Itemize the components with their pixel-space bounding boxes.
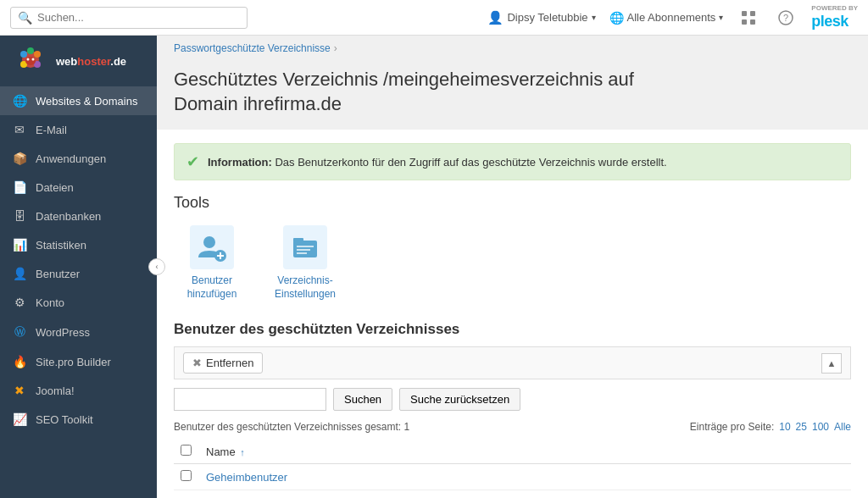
user-menu[interactable]: 👤 Dipsy Teletubbie ▾ [487,10,595,25]
row-checkbox-cell [174,464,199,490]
users-section: Benutzer des geschützten Verzeichnisses … [174,321,851,498]
sidebar-item-websites-domains[interactable]: 🌐 Websites & Domains [0,86,157,115]
tools-section: Tools Benutzer h [174,194,851,301]
sidebar-item-files[interactable]: 📄 Dateien [0,173,157,202]
remove-label: Entfernen [206,357,253,369]
add-user-tool[interactable]: Benutzer hinzufügen [174,225,250,301]
breadcrumb-separator: › [334,42,337,54]
svg-rect-1 [750,11,755,16]
sidebar-wrapper: webhoster.de 🌐 Websites & Domains ✉ E-Ma… [0,36,157,498]
mail-icon: ✉ [12,123,27,136]
dir-settings-tool[interactable]: Verzeichnis-Einstellungen [267,225,343,301]
db-icon: 🗄 [12,209,27,223]
plesk-logo: POWERED BY plesk [811,4,858,30]
user-chevron-icon: ▾ [592,13,596,22]
joomla-icon: ✖ [12,384,27,397]
file-icon: 📄 [12,180,27,194]
breadcrumb: Passwortgeschützte Verzeichnisse › [157,36,868,61]
per-page-100[interactable]: 100 [812,421,829,433]
sidebar-item-label: Site.pro Builder [36,356,111,368]
per-page-25[interactable]: 25 [796,421,807,433]
row-checkbox[interactable] [181,470,192,481]
sidebar-item-email[interactable]: ✉ E-Mail [0,115,157,144]
add-user-icon [197,232,227,263]
info-alert: ✔ Information: Das Benutzerkonto für den… [174,143,851,180]
select-all-checkbox[interactable] [181,445,192,456]
sidebar-item-applications[interactable]: 📦 Anwendungen [0,144,157,173]
users-table: Name ↑ Geheimbenutzer [174,440,851,490]
toolbar-collapse-button[interactable]: ▲ [821,353,842,374]
sidebar-item-databases[interactable]: 🗄 Datenbanken [0,202,157,230]
subscription-menu[interactable]: 🌐 Alle Abonnements ▾ [609,11,724,25]
summary-row-top: Benutzer des geschützten Verzeichnisses … [174,421,851,433]
svg-point-15 [203,236,215,248]
sort-arrow-icon: ↑ [240,447,245,457]
sidebar-item-label: WordPress [36,326,90,339]
sidebar-item-label: Statistiken [36,239,86,252]
user-icon: 👤 [487,10,504,25]
sidebar-item-label: Websites & Domains [36,95,137,108]
subscription-chevron-icon: ▾ [719,13,723,22]
help-icon: ? [778,10,793,25]
table-row: Geheimbenutzer [174,464,851,490]
sidebar-item-sitebuilder[interactable]: 🔥 Site.pro Builder [0,347,157,376]
svg-rect-2 [742,19,747,25]
svg-point-8 [34,51,41,58]
search-box[interactable]: 🔍 [10,7,248,29]
breadcrumb-parent-link[interactable]: Passwortgeschützte Verzeichnisse [174,42,331,54]
search-input[interactable] [37,11,240,24]
page-title: Geschütztes Verzeichnis /meingeheimesver… [174,68,851,116]
alert-text: Information: Das Benutzerkonto für den Z… [208,156,667,169]
remove-x-icon: ✖ [192,357,202,369]
sidebar-item-label: E-Mail [36,124,67,136]
svg-rect-20 [293,238,303,242]
alert-check-icon: ✔ [186,152,199,171]
apps-icon [741,10,756,25]
app-icon: 📦 [12,152,27,165]
sidebar-item-label: SEO Toolkit [36,413,93,426]
svg-point-13 [27,58,30,61]
svg-rect-0 [742,11,747,16]
add-user-label: Benutzer hinzufügen [174,274,250,301]
pagination-top: Einträge pro Seite: 10 25 100 Alle [690,421,851,433]
sidebar-item-statistics[interactable]: 📊 Statistiken [0,230,157,259]
page-header: Geschütztes Verzeichnis /meingeheimesver… [157,61,868,130]
name-column-header[interactable]: Name ↑ [199,440,851,464]
sidebar-item-seo[interactable]: 📈 SEO Toolkit [0,405,157,434]
search-button[interactable]: Suchen [333,388,392,411]
sidebar-item-label: Dateien [36,181,74,194]
reset-label: Suche zurücksetzen [410,393,509,406]
remove-button[interactable]: ✖ Entfernen [183,352,263,374]
user-name-link[interactable]: Geheimbenutzer [206,471,287,484]
search-row: Suchen Suche zurücksetzen [174,388,851,411]
search-label: Suchen [344,393,381,406]
sidebar-item-joomla[interactable]: ✖ Joomla! [0,376,157,405]
apps-icon-btn[interactable] [737,6,760,30]
tools-grid: Benutzer hinzufügen [174,225,851,301]
sidebar-item-label: Konto [36,296,64,309]
seo-icon: 📈 [12,412,27,426]
sidebar-nav: 🌐 Websites & Domains ✉ E-Mail 📦 Anwendun… [0,86,157,498]
user-search-input[interactable] [174,388,326,411]
topbar: 🔍 👤 Dipsy Teletubbie ▾ 🌐 Alle Abonnement… [0,0,868,36]
checkbox-column-header [174,440,199,464]
tools-title: Tools [174,194,851,212]
help-icon-btn[interactable]: ? [774,6,798,30]
sidebar-item-users[interactable]: 👤 Benutzer [0,259,157,288]
svg-point-14 [32,58,35,61]
sidebar-collapse-button[interactable]: ‹ [148,258,165,275]
user-label: Dipsy Teletubbie [507,11,587,24]
gear-icon: ⚙ [12,296,27,309]
svg-point-12 [25,57,36,65]
add-user-icon-container [190,225,234,269]
main-content: Passwortgeschützte Verzeichnisse › Gesch… [157,36,868,498]
sidebar-item-wordpress[interactable]: Ⓦ WordPress [0,317,157,347]
reset-search-button[interactable]: Suche zurücksetzen [399,388,520,411]
layout: webhoster.de 🌐 Websites & Domains ✉ E-Ma… [0,36,868,498]
user-nav-icon: 👤 [12,267,27,280]
subscription-label: Alle Abonnements [627,11,716,24]
sidebar-item-account[interactable]: ⚙ Konto [0,288,157,317]
per-page-all[interactable]: Alle [834,421,851,433]
svg-rect-3 [750,19,755,25]
per-page-10[interactable]: 10 [779,421,790,433]
